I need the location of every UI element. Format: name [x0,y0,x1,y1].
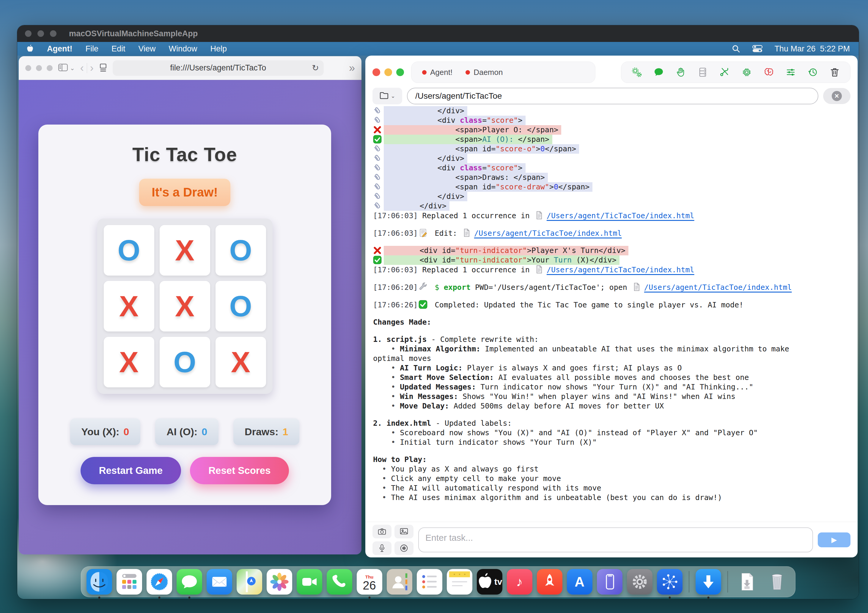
board-cell[interactable]: X [104,337,154,387]
board-cell[interactable]: O [215,281,266,332]
text-line: How to Play: [373,455,850,464]
dock-icon-trash[interactable] [764,569,790,594]
diff-line-ctx: </div> [373,106,850,116]
dock-icon-calendar[interactable]: Thu26 [357,569,382,594]
dock-icon-appletv[interactable]: tv [477,569,502,594]
chip-icon[interactable] [741,67,752,78]
trash-icon[interactable] [829,67,840,78]
dock: Thu26tv♪A [81,566,795,597]
folder-picker-button[interactable]: ⌄ [372,88,402,104]
dock-icon-notes[interactable] [447,569,472,594]
history-icon[interactable] [808,67,818,78]
score-value: 0 [123,426,129,438]
timestamp: [17:06:26] [373,301,418,309]
board-cell[interactable]: O [160,337,210,387]
score-label: You (X): [81,426,119,438]
dock-icon-rocket[interactable] [537,569,563,594]
dock-icon-finder[interactable] [87,569,112,594]
dock-icon-docfile[interactable] [734,569,760,594]
back-button[interactable]: ‹ [80,62,84,74]
menu-clock[interactable]: Thu Mar 26 5:22 PM [774,44,850,54]
game-card: Tic Tac Toe It's a Draw! OXOXXOXOX You (… [38,124,331,505]
sliders-icon[interactable] [785,67,796,78]
agent-traffic-lights[interactable] [372,68,404,76]
control-center-icon[interactable] [752,45,763,53]
board-cell[interactable]: X [215,337,266,387]
menu-item-agent[interactable]: Agent! [47,44,72,54]
vm-traffic-lights[interactable] [25,30,56,37]
score-pill-d: Draws:1 [233,418,299,445]
paperclip-icon [373,106,384,115]
photos-button[interactable] [394,525,414,539]
menu-item-view[interactable]: View [138,44,156,54]
tools-icon[interactable] [719,67,730,78]
hand-icon[interactable] [675,67,686,78]
menu-item-file[interactable]: File [85,44,98,54]
log-line: [17:06:03] Replaced 1 occurrence in /Use… [373,211,850,220]
dock-icon-maps[interactable] [237,569,262,594]
diff-line-ctx: <div class="score"> [373,116,850,125]
chevron-down-icon: ⌄ [70,65,75,71]
file-icon [462,228,471,237]
board-cell[interactable]: O [104,225,154,276]
agent-tab-agent[interactable]: Agent! [422,68,453,77]
dock-icon-phone[interactable] [327,569,352,594]
file-link[interactable]: /Users/agent/TicTacToe/index.html [547,265,694,274]
cell-symbol-x: X [175,236,194,265]
cell-symbol-x: X [119,292,138,321]
dock-icon-facetime[interactable] [297,569,322,594]
task-input[interactable] [418,528,813,552]
reset-scores-button[interactable]: Reset Scores [190,457,289,484]
brain-icon[interactable] [763,67,774,78]
dock-icon-network[interactable] [657,569,682,594]
dock-icon-download[interactable] [696,569,721,594]
file-link[interactable]: /Users/agent/TicTacToe/index.html [547,211,694,220]
score-pill-o: AI (O):0 [155,418,219,445]
wave-button[interactable] [394,542,414,555]
send-button[interactable]: ▶ [818,532,851,547]
file-link[interactable]: /Users/agent/TicTacToe/index.html [644,283,792,292]
safari-traffic-lights[interactable] [25,65,53,71]
search-icon[interactable] [732,44,741,53]
game-title: Tic Tac Toe [132,144,237,166]
chat-icon[interactable] [653,67,664,78]
camera-button[interactable] [372,525,392,539]
toolbar-overflow-button[interactable]: » [349,62,355,74]
board-cell[interactable]: O [215,225,266,276]
address-bar[interactable]: file:///Users/agent/TicTacTo ↻ [113,61,324,76]
gears-icon[interactable] [631,67,642,78]
page-overview-icon[interactable] [99,63,107,73]
timestamp: [17:06:03] [373,265,418,274]
dock-icon-widgets[interactable] [116,569,142,594]
board-cell[interactable]: X [104,281,154,332]
dock-icon-reminders[interactable] [417,569,442,594]
agent-tab-daemon[interactable]: Daemon [465,68,503,77]
clear-path-button[interactable]: ✕ [823,88,851,104]
dock-icon-messages[interactable] [177,569,202,594]
restart-game-button[interactable]: Restart Game [81,457,181,484]
dock-icon-music[interactable]: ♪ [507,569,532,594]
dock-icon-safari[interactable] [147,569,172,594]
dock-icon-contacts[interactable] [387,569,412,594]
menu-item-edit[interactable]: Edit [112,44,126,54]
server-icon[interactable] [698,67,708,78]
dock-icon-mail[interactable] [206,569,232,594]
working-directory-input[interactable]: /Users/agent/TicTacToe [407,88,818,104]
dock-icon-settings[interactable] [627,569,653,594]
diff-line-add: <span>AI (O): </span> [373,135,850,144]
board-cell[interactable]: X [160,225,210,276]
board-cell[interactable]: X [160,281,210,332]
apple-menu-icon[interactable] [26,44,34,53]
score-label: Draws: [245,426,278,438]
sidebar-button[interactable]: ⌄ [58,63,75,73]
menu-item-help[interactable]: Help [211,44,227,54]
mic-button[interactable] [372,542,392,555]
dock-icon-device[interactable] [597,569,623,594]
forward-button[interactable]: › [90,62,94,74]
dock-icon-photos[interactable] [267,569,292,594]
host-desktop: macOSVirtualMachineSampleApp Agent!FileE… [0,0,868,613]
file-link[interactable]: /Users/agent/TicTacToe/index.html [474,229,622,237]
menu-item-window[interactable]: Window [169,44,197,54]
reload-icon[interactable]: ↻ [312,63,319,73]
dock-icon-appstore[interactable]: A [567,569,592,594]
